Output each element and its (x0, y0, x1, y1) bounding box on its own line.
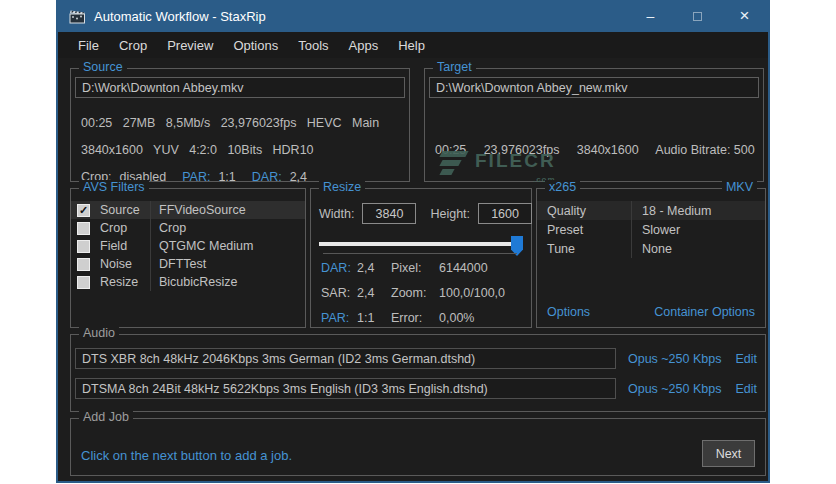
setting-name: Preset (547, 220, 631, 239)
audio-group-label: Audio (79, 326, 119, 340)
height-input[interactable] (478, 203, 532, 224)
minimize-icon: – (647, 8, 655, 24)
error-label: Error: (391, 311, 439, 325)
filter-value[interactable]: Crop (150, 219, 305, 237)
close-button[interactable]: × (721, 0, 768, 32)
titlebar[interactable]: Automatic Workflow - StaxRip – × (58, 0, 768, 32)
par-link[interactable]: PAR: (321, 311, 357, 325)
resize-info-row: DAR: 2,4 Pixel: 6144000 (321, 261, 488, 275)
filter-name: Resize (100, 273, 150, 291)
source-path-input[interactable] (75, 77, 405, 98)
zoom-value: 100,0/100,0 (439, 286, 505, 300)
sar-label: SAR: (321, 286, 357, 300)
maximize-button[interactable] (674, 0, 721, 32)
pixel-value: 6144000 (439, 261, 488, 275)
checkbox-unchecked[interactable] (77, 240, 90, 253)
menu-options[interactable]: Options (223, 38, 288, 53)
width-label: Width: (319, 207, 354, 221)
avs-filters-group-label[interactable]: AVS Filters (79, 180, 149, 194)
avs-row-field[interactable]: Field QTGMC Medium (71, 237, 305, 255)
dar-value: 2,4 (357, 261, 391, 275)
slider-track[interactable] (319, 242, 521, 246)
avs-filters-group: AVS Filters ✓ Source FFVideoSource Crop … (70, 188, 306, 328)
audio-track-row: Opus ~250 Kbps Edit (75, 378, 759, 399)
tune-row[interactable]: Tune None (537, 239, 765, 258)
avs-row-source[interactable]: ✓ Source FFVideoSource (71, 201, 305, 219)
target-group: Target 00:25 23,976023fps 3840x1600 Audi… (424, 68, 764, 182)
menu-tools[interactable]: Tools (288, 38, 338, 53)
filter-value[interactable]: FFVideoSource (150, 201, 305, 219)
height-label: Height: (430, 207, 470, 221)
audio-track2-edit-link[interactable]: Edit (735, 382, 757, 396)
audio-track2-codec-link[interactable]: Opus ~250 Kbps (628, 382, 721, 396)
pixel-label: Pixel: (391, 261, 439, 275)
resize-info-row: PAR: 1:1 Error: 0,00% (321, 311, 474, 325)
checkbox-unchecked[interactable] (77, 222, 90, 235)
resize-group-label[interactable]: Resize (319, 180, 365, 194)
resize-group: Resize Width: Height: DAR: 2,4 Pixel: 61… (310, 188, 532, 328)
audio-track2-input[interactable] (75, 378, 616, 399)
watermark-suffix: .com (475, 170, 556, 189)
width-input[interactable] (362, 203, 416, 224)
add-job-group-label: Add Job (79, 410, 133, 424)
audio-track1-input[interactable] (75, 348, 616, 369)
checkbox-unchecked[interactable] (77, 258, 90, 271)
maximize-icon (693, 12, 702, 21)
source-info-line2: 3840x1600 YUV 4:2:0 10Bits HDR10 (81, 143, 314, 157)
error-value: 0,00% (439, 311, 474, 325)
filter-name: Field (100, 237, 150, 255)
setting-value[interactable]: Slower (631, 220, 765, 239)
setting-name: Tune (547, 239, 631, 258)
menu-help[interactable]: Help (388, 38, 435, 53)
window-title: Automatic Workflow - StaxRip (94, 9, 266, 24)
menu-preview[interactable]: Preview (157, 38, 223, 53)
clapperboard-icon (69, 9, 86, 24)
close-icon: × (740, 6, 750, 26)
audio-group: Audio Opus ~250 Kbps Edit Opus ~250 Kbps… (70, 334, 766, 412)
minimize-button[interactable]: – (627, 0, 674, 32)
avs-filter-list: ✓ Source FFVideoSource Crop Crop Field Q… (71, 201, 305, 291)
checkbox-unchecked[interactable] (77, 276, 90, 289)
resize-slider[interactable] (319, 236, 523, 258)
preset-row[interactable]: Preset Slower (537, 220, 765, 239)
quality-row[interactable]: Quality 18 - Medium (537, 201, 765, 220)
menu-crop[interactable]: Crop (109, 38, 157, 53)
menu-file[interactable]: File (68, 38, 109, 53)
mkv-container-label[interactable]: MKV (722, 180, 757, 194)
menu-apps[interactable]: Apps (339, 38, 389, 53)
source-group-label[interactable]: Source (79, 60, 127, 74)
filter-value[interactable]: BicubicResize (150, 273, 305, 291)
par-link[interactable]: PAR: (182, 170, 210, 184)
dar-link[interactable]: DAR: (321, 261, 357, 275)
audio-track1-codec-link[interactable]: Opus ~250 Kbps (628, 352, 721, 366)
slider-track-shadow (323, 253, 517, 254)
avs-row-resize[interactable]: Resize BicubicResize (71, 273, 305, 291)
zoom-label: Zoom: (391, 286, 439, 300)
audio-track1-edit-link[interactable]: Edit (735, 352, 757, 366)
audio-track-row: Opus ~250 Kbps Edit (75, 348, 759, 369)
setting-name: Quality (547, 201, 631, 220)
add-job-hint: Click on the next button to add a job. (81, 448, 292, 463)
checkbox-checked[interactable]: ✓ (77, 204, 90, 217)
filter-value[interactable]: DFTTest (150, 255, 305, 273)
target-group-label[interactable]: Target (433, 60, 476, 74)
next-button[interactable]: Next (702, 440, 755, 467)
source-group: Source 00:25 27MB 8,5Mb/s 23,976023fps H… (70, 68, 410, 182)
staxrip-window: Automatic Workflow - StaxRip – × File Cr… (56, 0, 770, 483)
avs-row-crop[interactable]: Crop Crop (71, 219, 305, 237)
x265-group-label[interactable]: x265 (545, 180, 580, 194)
dar-link[interactable]: DAR: (252, 170, 282, 184)
container-options-link[interactable]: Container Options (654, 305, 755, 319)
encoder-settings-table: Quality 18 - Medium Preset Slower Tune N… (537, 201, 765, 258)
resize-info-row: SAR: 2,4 Zoom: 100,0/100,0 (321, 286, 505, 300)
filter-value[interactable]: QTGMC Medium (150, 237, 305, 255)
options-link[interactable]: Options (547, 305, 590, 319)
target-path-input[interactable] (429, 77, 759, 98)
avs-row-noise[interactable]: Noise DFTTest (71, 255, 305, 273)
filter-name: Crop (100, 219, 150, 237)
filter-name: Source (100, 201, 150, 219)
setting-value[interactable]: 18 - Medium (631, 201, 765, 220)
encoder-group: x265 MKV Quality 18 - Medium Preset Slow… (536, 188, 766, 328)
setting-value[interactable]: None (631, 239, 765, 258)
filter-name: Noise (100, 255, 150, 273)
